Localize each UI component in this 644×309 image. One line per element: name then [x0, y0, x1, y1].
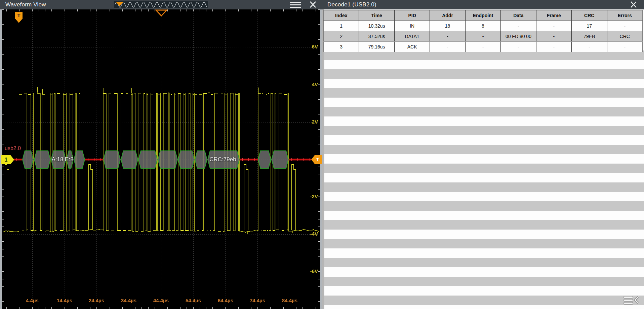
waveform-close-icon[interactable]	[308, 1, 318, 9]
column-header: Errors	[607, 10, 643, 21]
table-cell: 10.32us	[359, 21, 394, 31]
oscilloscope-screen: Waveform View T T 1 u	[0, 0, 644, 309]
table-cell: ACK	[394, 42, 430, 52]
decode-table-header: IndexTimePIDAddrEndpointDataFrameCRCErro…	[324, 10, 643, 21]
table-cell: 79.16us	[359, 42, 394, 52]
table-cell: -	[501, 21, 536, 31]
waveform-window-title: Waveform View	[5, 1, 46, 8]
table-cell: -	[607, 42, 643, 52]
table-cell: 17	[572, 21, 607, 31]
table-cell: -	[536, 31, 571, 42]
column-header: Addr	[430, 10, 465, 21]
table-cell: 79EB	[572, 31, 607, 42]
table-cell: DATA1	[394, 31, 430, 42]
decode-list-body: IndexTimePIDAddrEndpointDataFrameCRCErro…	[322, 9, 644, 309]
decode-window-title: Decode1 (USB2.0)	[327, 1, 376, 8]
table-cell: 1	[324, 21, 359, 31]
table-cell: CRC	[607, 31, 643, 42]
decode-titlebar[interactable]: Decode1 (USB2.0)	[322, 0, 644, 9]
column-header: Time	[359, 10, 394, 21]
table-cell: -	[465, 42, 500, 52]
column-header: Endpoint	[465, 10, 500, 21]
table-row[interactable]: 110.32usIN188--17-	[324, 21, 643, 31]
table-cell: -	[430, 42, 465, 52]
table-cell: -	[536, 21, 571, 31]
table-cell: -	[465, 31, 500, 42]
table-row[interactable]: 379.16usACK------	[324, 42, 643, 52]
table-cell: -	[536, 42, 571, 52]
table-cell: 2	[324, 31, 359, 42]
table-cell: 3	[324, 42, 359, 52]
acquisition-preview-strip[interactable]	[114, 1, 208, 8]
empty-row-stripes	[322, 50, 644, 309]
table-cell: -	[430, 31, 465, 42]
column-header: CRC	[572, 10, 607, 21]
table-cell: -	[607, 21, 643, 31]
decode-result-table[interactable]: IndexTimePIDAddrEndpointDataFrameCRCErro…	[323, 10, 643, 52]
decode-left-scroll-track[interactable]	[322, 9, 324, 309]
column-header: PID	[394, 10, 430, 21]
waveform-plot-area[interactable]: T T 1 usb2.0 6V4V2V-2V-4V-6V 4.4µs14.4µs…	[0, 9, 322, 309]
view-position-marker-icon	[116, 2, 123, 6]
table-cell: -	[572, 42, 607, 52]
waveform-canvas[interactable]	[0, 9, 322, 309]
table-cell: -	[501, 42, 536, 52]
table-cell: 8	[465, 21, 500, 31]
table-cell: IN	[394, 21, 430, 31]
decode-list-window: Decode1 (USB2.0) IndexTimePIDAddrEndpoin…	[322, 0, 644, 309]
column-header: Index	[324, 10, 359, 21]
decode-close-icon[interactable]	[629, 1, 639, 9]
table-cell: 18	[430, 21, 465, 31]
column-header: Frame	[536, 10, 571, 21]
preview-sine-icon	[114, 1, 208, 8]
table-cell: 00 FD 80 00	[501, 31, 536, 42]
hamburger-menu-icon[interactable]	[290, 2, 301, 8]
waveform-titlebar[interactable]: Waveform View	[0, 0, 322, 9]
column-header: Data	[501, 10, 536, 21]
waveform-window: Waveform View T T 1 u	[0, 0, 322, 309]
table-cell: 37.52us	[359, 31, 394, 42]
collapse-list-icon[interactable]	[623, 295, 640, 305]
table-row[interactable]: 237.52usDATA1--00 FD 80 00-79EBCRC	[324, 31, 643, 42]
